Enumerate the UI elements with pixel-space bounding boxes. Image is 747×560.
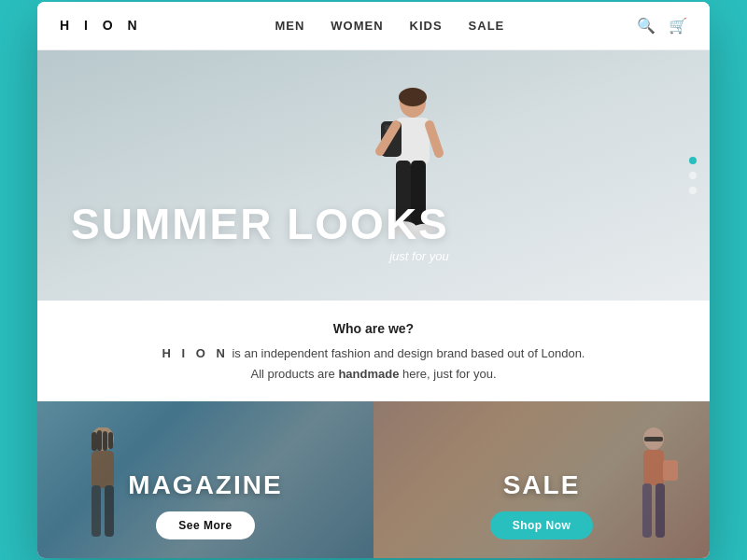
hero-subtitle: just for you — [71, 249, 449, 263]
nav-link-sale[interactable]: SALE — [469, 19, 505, 33]
nav-links: MEN WOMEN KIDS SALE — [275, 17, 504, 34]
svg-point-1 — [399, 88, 427, 106]
svg-rect-22 — [642, 483, 652, 538]
card-sale-title: SALE — [503, 470, 581, 500]
nav-item-kids[interactable]: KIDS — [410, 17, 443, 34]
browser-window: H I O N MEN WOMEN KIDS SALE 🔍 🛒 — [37, 2, 710, 558]
hero-dot-2[interactable] — [689, 172, 697, 179]
nav-item-sale[interactable]: SALE — [469, 17, 505, 34]
see-more-button[interactable]: See More — [156, 511, 254, 539]
cart-icon[interactable]: 🛒 — [669, 17, 687, 35]
svg-rect-18 — [105, 485, 114, 537]
hero-title: SUMMER LOOKS — [71, 203, 449, 245]
shop-now-button[interactable]: Shop Now — [490, 511, 594, 539]
about-text1: is an independent fashion and design bra… — [229, 346, 585, 360]
nav-icons: 🔍 🛒 — [637, 17, 687, 35]
svg-rect-16 — [108, 432, 113, 449]
svg-rect-12 — [92, 451, 114, 488]
svg-rect-13 — [92, 432, 97, 451]
about-text2: All products are — [250, 367, 338, 381]
svg-rect-23 — [655, 483, 665, 538]
about-brand: H I O N — [162, 346, 229, 360]
navbar: H I O N MEN WOMEN KIDS SALE 🔍 🛒 — [37, 2, 710, 50]
hero-dots — [689, 157, 697, 194]
search-icon[interactable]: 🔍 — [637, 17, 655, 35]
cards-section: MAGAZINE See More SALE Shop Now — [37, 401, 710, 558]
nav-link-kids[interactable]: KIDS — [410, 19, 443, 33]
svg-rect-21 — [644, 437, 663, 441]
hero-person-figure — [329, 86, 478, 301]
card-sale-person — [616, 427, 691, 558]
nav-logo[interactable]: H I O N — [60, 18, 143, 33]
about-text3: here, just for you. — [399, 367, 496, 381]
svg-rect-20 — [643, 450, 664, 485]
nav-item-men[interactable]: MEN — [275, 17, 304, 34]
hero-text-block: SUMMER LOOKS just for you — [71, 203, 449, 263]
svg-line-6 — [430, 125, 439, 153]
about-heading: Who are we? — [75, 321, 672, 336]
about-section: Who are we? H I O N is an independent fa… — [37, 301, 710, 401]
nav-link-men[interactable]: MEN — [275, 19, 304, 33]
card-magazine: MAGAZINE See More — [37, 401, 374, 558]
svg-rect-15 — [103, 431, 107, 451]
nav-link-women[interactable]: WOMEN — [331, 19, 383, 33]
hero-dot-1[interactable] — [689, 157, 697, 164]
nav-item-women[interactable]: WOMEN — [331, 17, 383, 34]
hero-dot-3[interactable] — [689, 187, 697, 194]
svg-rect-24 — [663, 460, 678, 481]
card-sale: SALE Shop Now — [374, 401, 710, 558]
about-handmade: handmade — [338, 367, 399, 381]
about-body: H I O N is an independent fashion and de… — [75, 343, 672, 385]
hero-section: SUMMER LOOKS just for you — [37, 50, 710, 301]
svg-rect-17 — [92, 485, 101, 537]
svg-rect-14 — [97, 430, 102, 451]
card-magazine-title: MAGAZINE — [128, 470, 282, 500]
